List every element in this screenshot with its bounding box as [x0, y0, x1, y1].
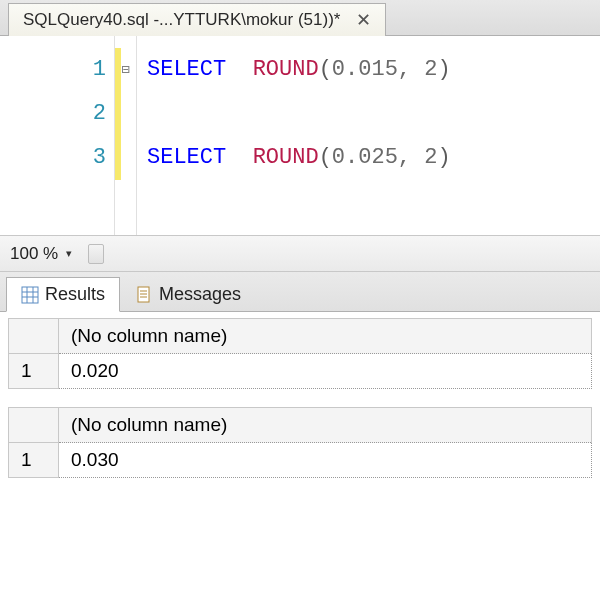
args: 0.025, 2	[332, 145, 438, 170]
line-number-gutter: 1 2 3	[0, 36, 115, 235]
change-indicator	[115, 48, 121, 180]
sql-editor[interactable]: 1 2 3 ⊟ SELECT ROUND(0.015, 2) SELECT RO…	[0, 36, 600, 236]
column-header[interactable]: (No column name)	[59, 319, 592, 354]
close-icon[interactable]: ✕	[352, 11, 375, 29]
line-number: 2	[0, 92, 106, 136]
tab-results[interactable]: Results	[6, 277, 120, 312]
row-number[interactable]: 1	[9, 354, 59, 389]
results-pane: (No column name) 1 0.020 (No column name…	[0, 312, 600, 594]
cell-value[interactable]: 0.030	[59, 443, 592, 478]
grid-corner[interactable]	[9, 319, 59, 354]
grid-corner[interactable]	[9, 408, 59, 443]
folding-margin: ⊟	[115, 36, 137, 235]
document-tab-bar: SQLQuery40.sql -...YTTURK\mokur (51))* ✕	[0, 0, 600, 36]
cell-value[interactable]: 0.020	[59, 354, 592, 389]
keyword: SELECT	[147, 145, 226, 170]
ssms-window: SQLQuery40.sql -...YTTURK\mokur (51))* ✕…	[0, 0, 600, 594]
chevron-down-icon[interactable]: ▾	[66, 247, 72, 260]
paren: (	[319, 145, 332, 170]
tab-results-label: Results	[45, 284, 105, 305]
paren: (	[319, 57, 332, 82]
result-grid-2[interactable]: (No column name) 1 0.030	[8, 407, 592, 478]
code-area[interactable]: SELECT ROUND(0.015, 2) SELECT ROUND(0.02…	[137, 36, 461, 235]
table-row[interactable]: 1 0.030	[9, 443, 592, 478]
document-icon	[135, 286, 153, 304]
column-header[interactable]: (No column name)	[59, 408, 592, 443]
paren: )	[437, 57, 450, 82]
grid-icon	[21, 286, 39, 304]
svg-rect-0	[22, 287, 38, 303]
document-tab[interactable]: SQLQuery40.sql -...YTTURK\mokur (51))* ✕	[8, 3, 386, 36]
line-number: 3	[0, 136, 106, 180]
row-number[interactable]: 1	[9, 443, 59, 478]
line-number: 1	[0, 48, 106, 92]
zoom-value[interactable]: 100 %	[10, 244, 58, 264]
function: ROUND	[253, 145, 319, 170]
paren: )	[437, 145, 450, 170]
keyword: SELECT	[147, 57, 226, 82]
document-tab-title: SQLQuery40.sql -...YTTURK\mokur (51))*	[23, 10, 340, 30]
tab-messages-label: Messages	[159, 284, 241, 305]
args: 0.015, 2	[332, 57, 438, 82]
result-grid-1[interactable]: (No column name) 1 0.020	[8, 318, 592, 389]
horizontal-scroll-thumb[interactable]	[88, 244, 104, 264]
results-tab-bar: Results Messages	[0, 272, 600, 312]
table-row[interactable]: 1 0.020	[9, 354, 592, 389]
tab-messages[interactable]: Messages	[120, 277, 256, 312]
zoom-bar: 100 % ▾	[0, 236, 600, 272]
function: ROUND	[253, 57, 319, 82]
